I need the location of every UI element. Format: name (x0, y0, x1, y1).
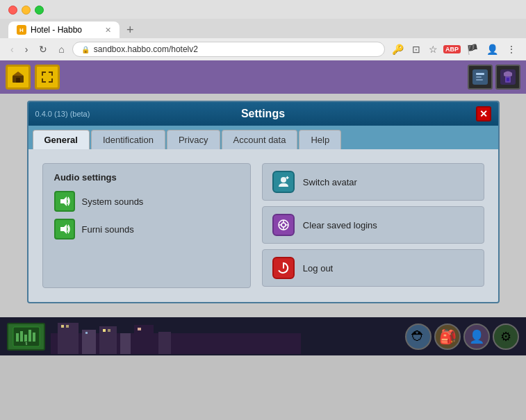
menu-btn[interactable]: ⋮ (504, 42, 519, 56)
bottom-icon-3[interactable]: 👤 (463, 324, 490, 350)
audio-panel-title: Audio settings (54, 172, 239, 183)
bottom-right-icons: ⛑ 🎒 👤 ⚙ (405, 324, 519, 350)
svg-rect-32 (134, 325, 154, 354)
svg-marker-2 (13, 72, 24, 76)
inventory-icon-btn[interactable] (468, 65, 493, 90)
actions-panel: Switch avatar (262, 163, 484, 288)
svg-rect-1 (16, 78, 20, 83)
system-sounds-icon (54, 191, 75, 212)
furni-sounds-item[interactable]: Furni sounds (54, 219, 239, 240)
shop-icon-btn[interactable] (495, 65, 520, 90)
address-bar[interactable]: 🔒 sandbox.habbo.com/hotelv2 (72, 42, 385, 57)
adblock-btn[interactable]: ABP (443, 45, 461, 53)
tab-favicon: H (17, 25, 26, 35)
browser-window: H Hotel - Habbo ✕ + ‹ › ↻ ⌂ 🔒 sandbox.ha… (0, 0, 526, 355)
clear-saved-logins-label: Clear saved logins (303, 220, 377, 230)
bottom-panel-left[interactable]: 5 (7, 323, 45, 351)
expand-btn[interactable] (35, 65, 60, 90)
bottom-icon-1[interactable]: ⛑ (405, 324, 432, 350)
switch-avatar-icon (272, 171, 295, 193)
tab-privacy[interactable]: Privacy (167, 130, 220, 149)
tab-close-btn[interactable]: ✕ (105, 26, 111, 35)
svg-rect-24 (28, 330, 31, 342)
extension2-btn[interactable]: 👤 (484, 42, 501, 56)
svg-rect-9 (507, 78, 509, 81)
settings-dialog: 0.4.0 (13) (beta) Settings ✕ General Ide… (27, 101, 500, 303)
bottom-icon-4[interactable]: ⚙ (493, 324, 519, 350)
system-sounds-item[interactable]: System sounds (54, 191, 239, 212)
address-text: sandbox.habbo.com/hotelv2 (94, 44, 198, 54)
svg-rect-33 (158, 332, 171, 354)
switch-avatar-button[interactable]: Switch avatar (262, 163, 484, 201)
game-toolbar (0, 60, 526, 94)
browser-tab-active[interactable]: H Hotel - Habbo ✕ (8, 22, 120, 38)
browser-toolbar: ‹ › ↻ ⌂ 🔒 sandbox.habbo.com/hotelv2 🔑 ⊡ … (0, 38, 526, 60)
svg-rect-29 (82, 330, 96, 354)
furni-sounds-icon (54, 219, 75, 240)
bottom-icon-2[interactable]: 🎒 (434, 324, 461, 350)
svg-rect-6 (476, 79, 483, 81)
extension1-btn[interactable]: 🏴 (463, 42, 481, 56)
svg-rect-25 (33, 333, 35, 342)
svg-text:5: 5 (25, 342, 27, 346)
svg-marker-11 (60, 224, 67, 234)
svg-rect-34 (61, 325, 64, 328)
browser-titlebar (0, 0, 526, 19)
tab-account-data[interactable]: Account data (222, 130, 298, 149)
svg-rect-38 (108, 329, 110, 332)
logout-label: Log out (303, 263, 333, 274)
audio-panel: Audio settings System sounds (42, 163, 251, 288)
svg-rect-35 (66, 325, 69, 328)
bookmark-icon-btn[interactable]: ☆ (426, 42, 441, 56)
settings-title: Settings (241, 108, 285, 120)
settings-overlay: 0.4.0 (13) (beta) Settings ✕ General Ide… (0, 94, 526, 317)
switch-avatar-label: Switch avatar (303, 177, 357, 187)
logout-icon (272, 257, 295, 279)
svg-rect-31 (120, 333, 131, 354)
svg-rect-22 (20, 331, 23, 342)
tab-help[interactable]: Help (299, 130, 341, 149)
furni-sounds-label: Furni sounds (82, 224, 134, 235)
toolbar-icons: 🔑 ⊡ ☆ ABP 🏴 👤 ⋮ (389, 42, 519, 56)
svg-point-14 (281, 223, 286, 227)
settings-tabs: General Identification Privacy Account d… (28, 126, 498, 149)
svg-rect-23 (24, 335, 27, 342)
svg-rect-21 (16, 333, 19, 342)
screenshot-icon-btn[interactable]: ⊡ (409, 42, 423, 56)
system-sounds-label: System sounds (82, 196, 144, 207)
tab-title: Hotel - Habbo (31, 25, 82, 35)
close-window-btn[interactable] (8, 6, 17, 15)
bottom-scene (51, 319, 400, 354)
clear-saved-logins-button[interactable]: Clear saved logins (262, 206, 484, 244)
settings-version: 0.4.0 (13) (beta) (35, 110, 90, 118)
svg-marker-10 (60, 196, 67, 206)
back-button[interactable]: ‹ (7, 42, 17, 56)
svg-point-12 (281, 177, 286, 183)
clear-logins-icon (272, 214, 295, 236)
svg-rect-37 (103, 329, 106, 332)
game-right-icons (468, 65, 520, 90)
svg-rect-4 (476, 73, 484, 75)
settings-close-button[interactable]: ✕ (476, 106, 491, 121)
settings-titlebar: 0.4.0 (13) (beta) Settings ✕ (28, 102, 498, 126)
new-tab-button[interactable]: + (122, 23, 138, 37)
tab-general[interactable]: General (33, 130, 90, 149)
svg-rect-36 (85, 332, 88, 334)
home-button[interactable]: ⌂ (55, 42, 67, 56)
password-icon-btn[interactable]: 🔑 (389, 42, 406, 56)
game-bottom-bar: 5 (0, 317, 526, 355)
tab-identification[interactable]: Identification (91, 130, 165, 149)
reload-button[interactable]: ↻ (35, 42, 51, 56)
svg-rect-39 (138, 328, 141, 330)
traffic-lights (8, 6, 44, 15)
maximize-window-btn[interactable] (35, 6, 44, 15)
settings-body: Audio settings System sounds (28, 149, 498, 302)
lock-icon: 🔒 (81, 46, 90, 53)
logout-button[interactable]: Log out (262, 249, 484, 287)
hotel-view-btn[interactable] (6, 65, 31, 90)
minimize-window-btn[interactable] (22, 6, 31, 15)
forward-button[interactable]: › (22, 42, 32, 56)
svg-rect-5 (476, 76, 482, 78)
tab-bar: H Hotel - Habbo ✕ + (0, 19, 526, 38)
